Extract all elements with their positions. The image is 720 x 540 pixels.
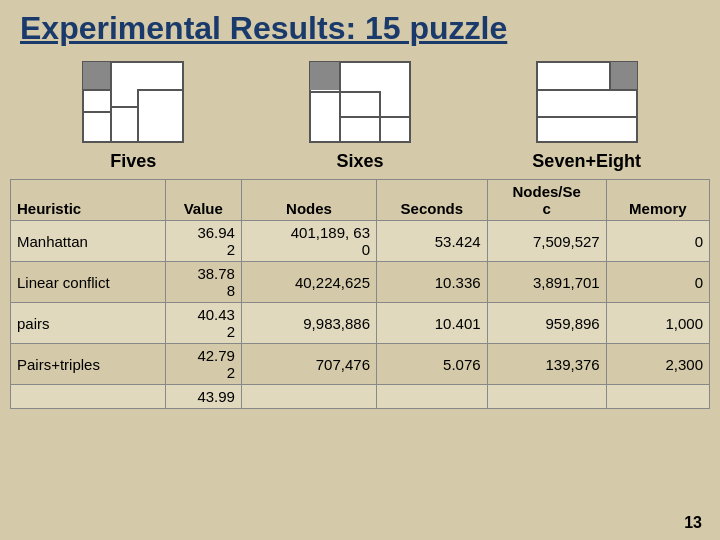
table-cell: Linear conflict <box>11 262 166 303</box>
table-cell: 5.076 <box>377 344 488 385</box>
col-nodes: Nodes <box>241 180 376 221</box>
table-cell: 40,224,625 <box>241 262 376 303</box>
table-row: 43.99 <box>11 385 710 409</box>
svg-rect-1 <box>83 62 111 90</box>
svg-rect-5 <box>610 62 637 90</box>
table-cell <box>606 385 709 409</box>
table-cell: 3,891,701 <box>487 262 606 303</box>
table-cell: 139,376 <box>487 344 606 385</box>
svg-rect-3 <box>310 62 340 90</box>
seveneight-label: Seven+Eight <box>532 151 641 172</box>
table-cell: pairs <box>11 303 166 344</box>
table-cell: 7,509,527 <box>487 221 606 262</box>
results-table: Heuristic Value Nodes Seconds Nodes/Sec … <box>10 179 710 409</box>
table-cell: 0 <box>606 221 709 262</box>
table-cell: 53.424 <box>377 221 488 262</box>
table-cell: 1,000 <box>606 303 709 344</box>
page-number: 13 <box>684 514 702 532</box>
table-cell: 2,300 <box>606 344 709 385</box>
fives-puzzle-image <box>78 57 188 147</box>
col-value: Value <box>165 180 241 221</box>
table-row: Manhattan36.94 2401,189, 63 053.4247,509… <box>11 221 710 262</box>
table-cell: 9,983,886 <box>241 303 376 344</box>
table-cell: 707,476 <box>241 344 376 385</box>
fives-label: Fives <box>110 151 156 172</box>
seveneight-puzzle-image <box>532 57 642 147</box>
puzzle-sixes: Sixes <box>305 57 415 172</box>
sixes-label: Sixes <box>336 151 383 172</box>
table-row: Linear conflict38.78 840,224,62510.3363,… <box>11 262 710 303</box>
table-cell: 10.401 <box>377 303 488 344</box>
table-cell: 401,189, 63 0 <box>241 221 376 262</box>
table-cell: 38.78 8 <box>165 262 241 303</box>
table-cell: 40.43 2 <box>165 303 241 344</box>
table-cell: 10.336 <box>377 262 488 303</box>
col-nodes-sec: Nodes/Sec <box>487 180 606 221</box>
puzzles-row: Fives Sixes Seven+Eight <box>0 52 720 177</box>
col-memory: Memory <box>606 180 709 221</box>
table-cell: 0 <box>606 262 709 303</box>
puzzle-fives: Fives <box>78 57 188 172</box>
table-cell <box>241 385 376 409</box>
table-cell: 36.94 2 <box>165 221 241 262</box>
sixes-puzzle-image <box>305 57 415 147</box>
page-title: Experimental Results: 15 puzzle <box>0 0 720 52</box>
puzzle-seveneight: Seven+Eight <box>532 57 642 172</box>
table-row: Pairs+triples42.79 2707,4765.076139,3762… <box>11 344 710 385</box>
table-cell <box>487 385 606 409</box>
table-cell: 959,896 <box>487 303 606 344</box>
table-cell: 43.99 <box>165 385 241 409</box>
col-seconds: Seconds <box>377 180 488 221</box>
table-cell: Manhattan <box>11 221 166 262</box>
col-heuristic: Heuristic <box>11 180 166 221</box>
table-cell: Pairs+triples <box>11 344 166 385</box>
table-cell <box>377 385 488 409</box>
table-cell: 42.79 2 <box>165 344 241 385</box>
results-table-container: Heuristic Value Nodes Seconds Nodes/Sec … <box>0 179 720 409</box>
table-row: pairs40.43 29,983,88610.401959,8961,000 <box>11 303 710 344</box>
table-cell <box>11 385 166 409</box>
